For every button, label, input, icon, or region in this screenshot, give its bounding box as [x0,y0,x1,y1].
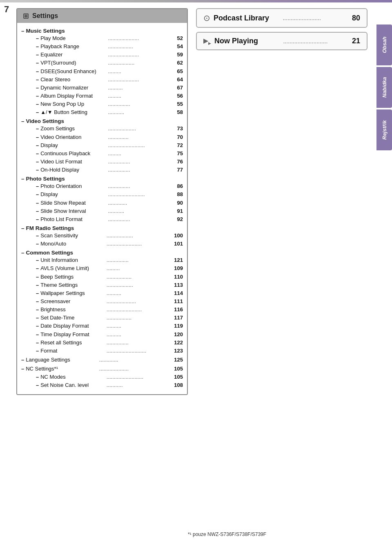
item-video-orientation: – Video Orientation .............. 70 [36,133,183,141]
item-nc-modes: – NC Modes ......................... 105 [36,373,183,381]
item-photo-orientation: – Photo Orientation ............... 86 [36,182,183,190]
settings-body: – Music Settings – Play Mode ...........… [17,23,187,394]
item-new-song-popup: – New Song Pop Up ............... 55 [36,100,183,108]
item-wallpaper-settings: – Wallpaper Settings .......... 114 [36,289,183,297]
item-mono-auto: – Mono/Auto ........................ 101 [36,240,183,248]
item-clear-stereo: – Clear Stereo ..................... 64 [36,76,183,84]
section-photo: – Photo Settings – Photo Orientation ...… [21,176,183,223]
item-play-mode: – Play Mode ..................... 52 [36,34,183,42]
item-continuous-playback: – Continuous Playback ......... 75 [36,150,183,158]
settings-icon: ⊞ [23,11,29,20]
now-playing-label: Now Playing [214,37,280,45]
item-display-photo: – Display ......................... 88 [36,190,183,199]
settings-title: Settings [32,12,58,20]
tab-nabidka-label: Nabídka [381,77,388,98]
section-photo-title: – Photo Settings [21,176,183,182]
item-date-display-format: – Date Display Format .......... 119 [36,322,183,330]
now-playing-dots: ............................ [283,38,348,45]
item-video-list-format: – Video List Format ............... 76 [36,158,183,166]
item-theme-settings: – Theme Settings .................. 113 [36,281,183,289]
item-screensaver: – Screensaver .................... 111 [36,297,183,306]
tab-obsah-label: Obsah [381,37,388,53]
item-scan-sensitivity: – Scan Sensitivity .................. 10… [36,232,183,240]
section-common-title: – Common Settings [21,250,183,256]
item-format: – Format ........................... 123 [36,347,183,355]
podcast-library-page: 80 [352,14,360,22]
podcast-library-dots: ........................ [283,15,348,21]
settings-box: ⊞ Settings – Music Settings – Play Mode … [16,8,188,395]
footnote-text: *¹ pouze NWZ-S736F/S738F/S739F [188,531,266,537]
main-content: ⊞ Settings – Music Settings – Play Mode … [16,8,368,539]
top-bar [0,0,392,2]
item-brightness: – Brightness ........................ 11… [36,306,183,314]
item-slide-show-repeat: – Slide Show Repeat ............. 90 [36,199,183,207]
item-time-display-format: – Time Display Format .......... 120 [36,330,183,339]
item-beep-settings: – Beep Settings ................. 110 [36,273,183,281]
section-video-title: – Video Settings [21,118,183,124]
item-dynamic-normalizer: – Dynamic Normalizer .......... 67 [36,84,183,92]
podcast-icon: ⊙ [203,13,210,23]
section-music-title: – Music Settings [21,28,183,34]
now-playing-icon: ▶▶ [203,37,211,45]
item-reset-all-settings: – Reset all Settings ............... 122 [36,339,183,347]
tab-obsah[interactable]: Obsah [376,25,392,65]
section-language: – Language Settings ............. 125 [21,356,183,364]
podcast-library-item: ⊙ Podcast Library ......................… [196,8,368,28]
item-vpt: – VPT(Surround) .................. 62 [36,59,183,67]
section-nc: – NC Settings*¹ .................... 105… [21,365,183,389]
item-on-hold-display: – On-Hold Display ............... 77 [36,166,183,174]
tab-rejstrik[interactable]: Rejstřík [376,109,392,150]
podcast-library-label: Podcast Library [214,14,279,22]
section-video: – Video Settings – Zoom Settings .......… [21,118,183,174]
item-language-settings: – Language Settings ............. 125 [21,356,183,364]
section-music: – Music Settings – Play Mode ...........… [21,28,183,116]
item-set-date-time: – Set Date-Time ................. 117 [36,314,183,322]
page-number: 7 [4,4,9,15]
item-display-video: – Display ......................... 72 [36,141,183,150]
item-photo-list-format: – Photo List Format ............... 92 [36,215,183,223]
tab-rejstrik-label: Rejstřík [381,120,388,140]
section-fm-title: – FM Radio Settings [21,225,183,231]
settings-header: ⊞ Settings [17,9,187,23]
item-nc-settings: – NC Settings*¹ .................... 105 [21,365,183,373]
item-slide-show-interval: – Slide Show Interval ........... 91 [36,207,183,215]
tab-nabidka[interactable]: Nabídka [376,67,392,108]
right-column: ⊙ Podcast Library ......................… [196,8,368,539]
section-fm: – FM Radio Settings – Scan Sensitivity .… [21,225,183,248]
now-playing-page: 21 [352,37,360,45]
item-unit-information: – Unit Information ............... 121 [36,256,183,264]
item-album-display: – Album Display Format ......... 56 [36,92,183,100]
item-set-noise-can-level: – Set Noise Can. level ........... 108 [36,381,183,389]
item-avls: – AVLS (Volume Limit) ......... 109 [36,264,183,272]
item-equalizer: – Equalizer ..................... 59 [36,51,183,59]
left-column: ⊞ Settings – Music Settings – Play Mode … [16,8,188,539]
item-button-setting: – ▲/▼ Button Setting ........... 58 [36,108,183,116]
footnote: *¹ pouze NWZ-S736F/S738F/S739F [188,531,266,537]
item-playback-range: – Playback Range ................. 54 [36,42,183,51]
now-playing-item: ▶▶ Now Playing .........................… [196,32,368,50]
item-zoom: – Zoom Settings ................... 73 [36,125,183,133]
side-tabs: Obsah Nabídka Rejstřík [376,25,392,150]
section-common: – Common Settings – Unit Information ...… [21,250,183,355]
item-dsee: – DSEE(Sound Enhance) ......... 65 [36,67,183,76]
